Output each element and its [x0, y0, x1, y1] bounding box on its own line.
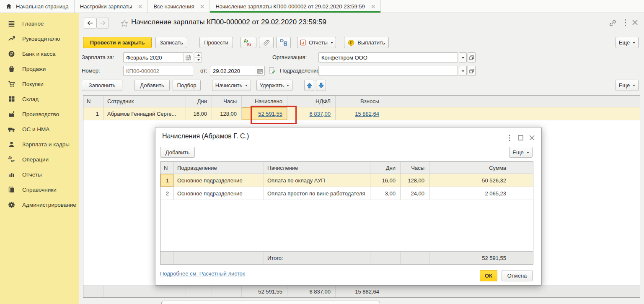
sidebar-item-purchases[interactable]: Покупки [0, 76, 79, 91]
sidebar-item-warehouse[interactable]: Склад [0, 91, 79, 107]
employee-name[interactable]: Абрамов Геннадий Серге... [104, 107, 186, 120]
sidebar-item-salary-hr[interactable]: Зарплата и кадры [0, 137, 79, 152]
reports-button[interactable]: Отчеты [297, 37, 336, 48]
move-up-button[interactable] [304, 80, 314, 91]
pick-button[interactable]: Подбор [173, 80, 201, 91]
ruble-circle-icon [7, 50, 16, 57]
stepper-down-button[interactable] [195, 58, 202, 62]
payslip-link[interactable]: Подробнее см. Расчетный листок [160, 270, 245, 277]
forward-button[interactable] [96, 18, 109, 29]
more-button-top[interactable]: Еще [616, 37, 639, 48]
back-button[interactable] [84, 18, 96, 29]
ndfl-link[interactable]: 6 837,00 [309, 111, 331, 117]
post-button[interactable]: Провести [199, 37, 233, 48]
tab-label: Начальная страница [16, 3, 69, 10]
more-button-table[interactable]: Еще [616, 80, 639, 91]
col-contributions[interactable]: Взносы [336, 96, 384, 107]
tab-close-icon[interactable] [200, 5, 204, 8]
pay-button[interactable]: Выплатить [344, 37, 389, 48]
date-label: от: [200, 66, 207, 76]
sidebar-item-manager[interactable]: Руководителю [0, 31, 79, 46]
accrued-cell[interactable]: 52 591,55 [242, 107, 287, 120]
col-ndfl[interactable]: НДФЛ [287, 96, 336, 107]
document-check-icon[interactable] [269, 67, 276, 74]
sidebar-item-sales[interactable]: Продажи [0, 61, 79, 76]
tab-salary-accrual-document[interactable]: Начисление зарплаты КП00-000002 от 29.02… [210, 0, 380, 13]
add-button[interactable]: Добавить [134, 80, 170, 91]
dtkt-button[interactable]: ДтКт [241, 37, 256, 48]
sidebar-item-main[interactable]: Главное [0, 16, 79, 31]
dtkt-icon: Дт Кт [7, 156, 16, 163]
col-hours[interactable]: Часы [401, 162, 429, 174]
col-days[interactable]: Дни [186, 96, 212, 107]
table-row[interactable]: 1 Абрамов Геннадий Серге... 16,00 128,00… [83, 107, 640, 120]
department-input[interactable] [319, 66, 458, 75]
save-button[interactable]: Записать [155, 37, 187, 48]
date-input[interactable] [210, 66, 255, 75]
number-input[interactable] [124, 66, 193, 75]
col-sum[interactable]: Сумма [429, 162, 511, 174]
calendar-icon[interactable] [255, 66, 264, 75]
structure-button[interactable] [276, 37, 291, 48]
calendar-icon[interactable] [183, 53, 193, 62]
organization-open-button[interactable] [468, 52, 476, 62]
accrued-link[interactable]: 52 591,55 [258, 111, 282, 117]
col-accrued[interactable]: Начислено [242, 96, 287, 107]
organization-dropdown-button[interactable] [459, 52, 467, 62]
dropdown-arrow-icon [527, 152, 529, 153]
tab-close-icon[interactable] [371, 5, 375, 8]
row-number-cell[interactable]: 1 [160, 174, 174, 187]
col-accrual[interactable]: Начисление [264, 162, 370, 174]
col-department[interactable]: Подразделение [174, 162, 264, 174]
post-and-close-button[interactable]: Провести и закрыть [83, 37, 152, 48]
sidebar-item-bank-cash[interactable]: Банк и касса [0, 46, 79, 61]
modal-add-button[interactable]: Добавить [160, 147, 195, 158]
sidebar-item-operations[interactable]: Дт Кт Операции [0, 152, 79, 167]
col-hours[interactable]: Часы [212, 96, 242, 107]
department-dropdown-button[interactable] [459, 66, 467, 76]
sidebar-item-label: Операции [22, 156, 49, 163]
withhold-button[interactable]: Удержать [256, 80, 292, 91]
col-n[interactable]: N [160, 162, 174, 174]
cancel-button[interactable]: Отмена [502, 270, 533, 281]
sidebar-item-administration[interactable]: Администрирование [0, 197, 79, 212]
tab-home[interactable]: Начальная страница [0, 0, 75, 13]
sidebar-item-production[interactable]: Производство [0, 107, 79, 122]
move-down-button[interactable] [316, 80, 326, 91]
kebab-menu-icon[interactable] [624, 19, 626, 26]
table-row[interactable]: 1 Основное подразделение Оплата по оклад… [160, 174, 533, 187]
tab-all-accruals[interactable]: Все начисления [148, 0, 210, 13]
sidebar-item-directories[interactable]: Справочники [0, 182, 79, 197]
modal-more-button[interactable]: Еще [509, 147, 533, 158]
table-row[interactable]: 2 Основное подразделение Оплата простоя … [160, 187, 533, 200]
favorite-star-icon[interactable] [121, 20, 128, 27]
col-n[interactable]: N [83, 96, 104, 107]
employees-table-header: N Сотрудник Дни Часы Начислено НДФЛ Взно… [83, 96, 640, 107]
col-employee[interactable]: Сотрудник [104, 96, 186, 107]
department-open-button[interactable] [468, 66, 476, 76]
sidebar-item-fixed-assets[interactable]: ОС и НМА [0, 122, 79, 137]
accrue-button[interactable]: Начислить [212, 80, 251, 91]
fill-button[interactable]: Заполнить [82, 80, 122, 91]
salary-period-input[interactable] [124, 53, 183, 62]
attachments-button[interactable] [259, 37, 274, 48]
organization-field [318, 52, 458, 62]
modal-kebab-icon[interactable] [509, 135, 510, 141]
dropdown-arrow-icon [331, 42, 333, 44]
tab-close-icon[interactable] [138, 5, 142, 8]
modal-maximize-icon[interactable] [518, 135, 523, 140]
col-days[interactable]: Дни [370, 162, 401, 174]
ok-button[interactable]: ОК [480, 270, 497, 281]
bag-icon [7, 65, 16, 73]
sidebar-item-reports[interactable]: Отчеты [0, 167, 79, 182]
date-field [210, 66, 265, 76]
tab-salary-settings[interactable]: Настройки зарплаты [75, 0, 148, 13]
modal-close-icon[interactable] [529, 135, 535, 140]
stepper-up-button[interactable] [195, 53, 202, 58]
organization-input[interactable] [319, 53, 458, 62]
contributions-link[interactable]: 15 882,64 [355, 111, 379, 117]
link-icon[interactable] [609, 19, 616, 27]
comment-box[interactable] [161, 301, 380, 304]
close-icon[interactable] [632, 19, 638, 26]
dtkt-icon: ДтКт [246, 39, 251, 47]
